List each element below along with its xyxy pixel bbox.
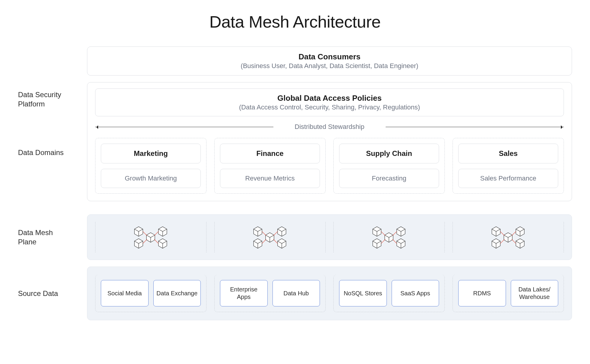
consumers-heading: Data Consumers [93, 52, 566, 61]
svg-line-3 [154, 239, 158, 243]
consumers-sub: (Business User, Data Analyst, Data Scien… [93, 62, 566, 70]
source-col: Social Media Data Exchange [95, 275, 206, 312]
arrow-left-icon [95, 127, 273, 127]
source-card: NoSQL Stores [339, 280, 387, 306]
mesh-cell [214, 222, 326, 252]
row-label-domains: Data Domains [18, 148, 78, 157]
arrow-right-icon [386, 127, 564, 127]
mesh-cubes-icon [128, 224, 173, 251]
consumers-row: Data Consumers (Business User, Data Anal… [87, 46, 572, 76]
policies-heading: Global Data Access Policies [101, 94, 558, 103]
source-col: Enterprise Apps Data Hub [214, 275, 326, 312]
svg-line-9 [393, 231, 397, 236]
stewardship-label: Distributed Stewardship [295, 123, 364, 130]
svg-line-11 [393, 239, 397, 243]
mesh-cubes-icon [486, 224, 531, 251]
mesh-cubes-icon [248, 224, 293, 251]
policies-box: Global Data Access Policies (Data Access… [95, 88, 564, 116]
svg-line-5 [273, 231, 278, 236]
source-card: SaaS Apps [392, 280, 439, 306]
svg-line-1 [154, 231, 158, 236]
svg-line-15 [512, 239, 516, 243]
diagram-title: Data Mesh Architecture [18, 12, 572, 31]
svg-line-4 [262, 231, 266, 236]
svg-line-12 [500, 231, 504, 236]
source-card: Enterprise Apps [220, 280, 268, 306]
consumers-box: Data Consumers (Business User, Data Anal… [87, 46, 572, 76]
stewardship-row: Distributed Stewardship [95, 123, 564, 131]
source-card: Data Exchange [153, 280, 201, 306]
row-label-mesh: Data Mesh Plane [18, 228, 78, 246]
mesh-row [87, 214, 572, 260]
source-col: NoSQL Stores SaaS Apps [333, 275, 445, 312]
svg-line-6 [262, 239, 266, 243]
svg-line-7 [273, 239, 278, 243]
source-col: RDMS Data Lakes/ Warehouse [453, 275, 564, 312]
svg-line-8 [381, 231, 385, 236]
row-label-source: Source Data [18, 289, 78, 298]
mesh-cell [95, 222, 206, 252]
svg-line-14 [500, 239, 504, 243]
svg-line-0 [143, 231, 147, 236]
source-card: Social Media [101, 280, 149, 306]
source-row: Social Media Data Exchange Enterprise Ap… [87, 267, 572, 320]
svg-line-10 [381, 239, 385, 243]
svg-line-2 [143, 239, 147, 243]
diagram-grid: Data Consumers (Business User, Data Anal… [18, 46, 572, 320]
policies-sub: (Data Access Control, Security, Sharing,… [101, 103, 558, 111]
source-card: RDMS [458, 280, 506, 306]
row-label-empty [18, 61, 78, 61]
mesh-cell [333, 222, 445, 252]
row-label-security: Data Security Platform [18, 90, 78, 109]
mesh-cubes-icon [367, 224, 412, 251]
svg-line-13 [512, 231, 516, 236]
mesh-cell [453, 222, 564, 252]
source-card: Data Hub [272, 280, 320, 306]
source-card: Data Lakes/ Warehouse [511, 280, 558, 306]
